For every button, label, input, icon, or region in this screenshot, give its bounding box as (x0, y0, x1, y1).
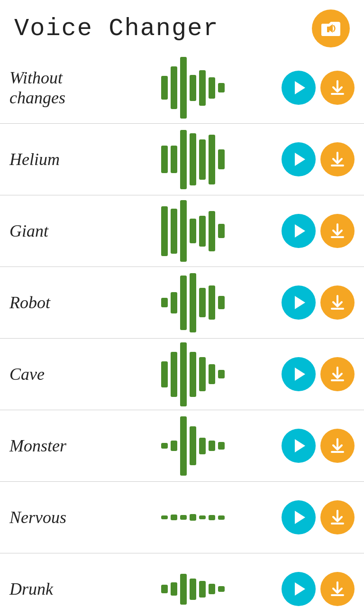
voice-list: Without changes Helium Giant Robot Cave … (0, 52, 364, 607)
download-icon-giant (329, 222, 346, 239)
play-button-robot[interactable] (282, 285, 316, 320)
bar-cave-5 (209, 364, 215, 384)
action-buttons-monster (282, 429, 355, 463)
action-buttons-helium (282, 142, 355, 176)
bar-monster-4 (199, 438, 206, 454)
bar-cave-3 (190, 352, 196, 397)
bar-nervous-4 (199, 515, 206, 519)
play-button-giant[interactable] (282, 214, 316, 248)
play-icon-helium (295, 153, 305, 166)
bar-robot-0 (161, 298, 168, 307)
play-icon-nervous (295, 511, 305, 524)
voice-row-nervous: Nervous (0, 482, 364, 553)
download-icon-drunk (329, 580, 346, 598)
bar-robot-6 (218, 296, 225, 309)
waveform-without-changes (104, 57, 282, 119)
voice-row-giant: Giant (0, 195, 364, 267)
bar-nervous-3 (190, 514, 196, 521)
play-button-nervous[interactable] (282, 500, 316, 534)
download-icon-nervous (329, 509, 346, 526)
bar-monster-5 (209, 441, 215, 451)
download-button-robot[interactable] (320, 285, 355, 320)
bar-helium-2 (180, 130, 187, 189)
play-icon-drunk (295, 582, 305, 596)
download-icon-helium (329, 151, 346, 168)
bar-drunk-2 (180, 574, 187, 605)
bar-without-changes-0 (161, 76, 168, 100)
action-buttons-without-changes (282, 71, 355, 105)
download-button-monster[interactable] (320, 429, 355, 463)
play-button-drunk[interactable] (282, 572, 316, 606)
bar-robot-5 (209, 285, 215, 320)
bar-cave-6 (218, 370, 225, 378)
bar-helium-5 (209, 135, 215, 184)
bar-giant-0 (161, 206, 168, 256)
download-button-drunk[interactable] (320, 572, 355, 606)
play-button-helium[interactable] (282, 142, 316, 176)
waveform-giant (104, 200, 282, 262)
action-buttons-drunk (282, 572, 355, 606)
download-icon-without-changes (329, 79, 346, 96)
bar-monster-3 (190, 426, 196, 465)
bar-without-changes-2 (180, 57, 187, 119)
bar-drunk-6 (218, 586, 225, 592)
bar-robot-2 (180, 276, 187, 330)
play-icon-giant (295, 224, 305, 238)
action-buttons-robot (282, 285, 355, 320)
open-folder-button[interactable] (312, 9, 350, 47)
svg-rect-1 (327, 27, 329, 32)
bar-nervous-2 (180, 515, 187, 520)
play-button-monster[interactable] (282, 429, 316, 463)
bar-giant-1 (171, 209, 177, 254)
play-icon-without-changes (295, 81, 305, 94)
bar-helium-3 (190, 133, 196, 185)
bar-nervous-6 (218, 515, 225, 520)
bar-cave-2 (180, 342, 187, 406)
download-button-without-changes[interactable] (320, 71, 355, 105)
bar-monster-1 (171, 441, 177, 451)
voice-label-giant: Giant (9, 221, 104, 241)
bar-drunk-0 (161, 585, 168, 593)
waveform-robot (104, 272, 282, 333)
waveform-cave (104, 343, 282, 405)
bar-nervous-0 (161, 515, 168, 519)
bar-monster-6 (218, 442, 225, 450)
bar-monster-2 (180, 416, 187, 476)
download-icon-robot (329, 294, 346, 311)
play-button-cave[interactable] (282, 357, 316, 391)
app-title: Voice Changer (14, 15, 219, 43)
voice-label-robot: Robot (9, 293, 104, 313)
waveform-helium (104, 129, 282, 190)
bar-without-changes-3 (190, 75, 196, 101)
voice-row-robot: Robot (0, 267, 364, 339)
waveform-monster (104, 415, 282, 477)
voice-label-nervous: Nervous (9, 507, 104, 527)
download-button-cave[interactable] (320, 357, 355, 391)
download-button-giant[interactable] (320, 214, 355, 248)
voice-row-without-changes: Without changes (0, 52, 364, 124)
play-icon-monster (295, 439, 305, 452)
play-icon-robot (295, 296, 305, 309)
voice-label-helium: Helium (9, 149, 104, 169)
bar-nervous-1 (171, 515, 177, 520)
bar-without-changes-5 (209, 77, 215, 99)
bar-robot-3 (190, 273, 196, 332)
action-buttons-nervous (282, 500, 355, 534)
download-button-nervous[interactable] (320, 500, 355, 534)
voice-label-without-changes: Without changes (9, 68, 104, 108)
play-button-without-changes[interactable] (282, 71, 316, 105)
voice-row-helium: Helium (0, 124, 364, 195)
play-icon-cave (295, 368, 305, 381)
waveform-drunk (104, 558, 282, 607)
bar-giant-5 (209, 211, 215, 251)
voice-row-cave: Cave (0, 339, 364, 410)
bar-without-changes-4 (199, 70, 206, 106)
bar-giant-3 (190, 219, 196, 243)
bar-giant-4 (199, 216, 206, 247)
bar-cave-0 (161, 361, 168, 387)
waveform-nervous (104, 487, 282, 548)
bar-helium-6 (218, 149, 225, 169)
download-button-helium[interactable] (320, 142, 355, 176)
voice-label-drunk: Drunk (9, 579, 104, 599)
bar-robot-1 (171, 292, 177, 313)
